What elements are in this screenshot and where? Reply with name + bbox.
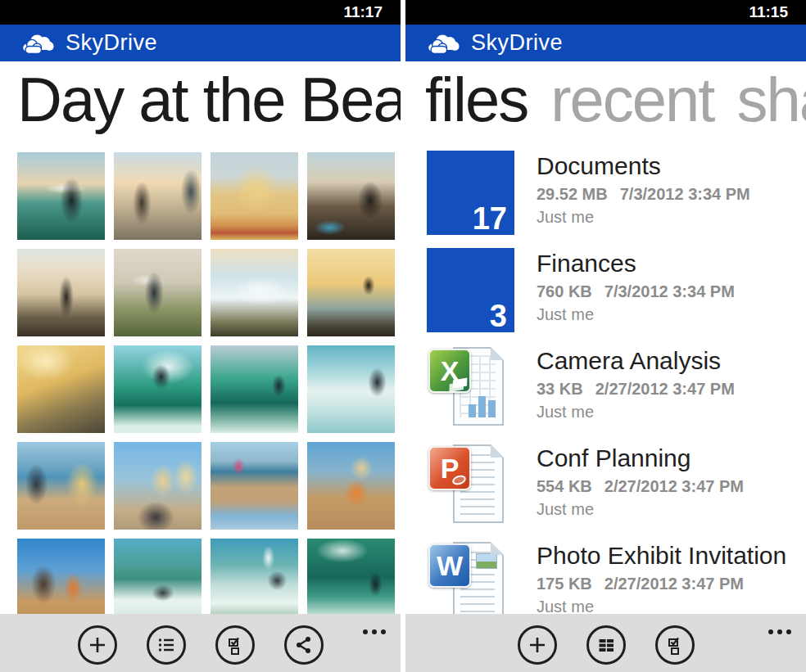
ellipsis-icon[interactable] [764,623,791,638]
powerpoint-file-icon: P [427,443,514,527]
file-shared-with: Just me [537,500,744,519]
photo-thumbnail[interactable] [114,249,202,336]
add-button[interactable] [518,625,557,665]
photo-thumbnail[interactable] [307,442,395,530]
app-bar [0,614,401,672]
file-list: 17 Documents 29.52 MB7/3/2012 3:34 PM Ju… [427,151,806,672]
file-row-documents[interactable]: 17 Documents 29.52 MB7/3/2012 3:34 PM Ju… [427,151,806,235]
file-row-photo-exhibit-invitation[interactable]: W Photo Exhibit Invitation 175 KB2/27/20… [427,540,806,625]
select-button[interactable] [215,625,255,665]
tab-recent[interactable]: recent [550,59,713,141]
file-row-conf-planning[interactable]: P Conf Planning 554 KB2/27/2012 3:47 PM … [427,443,806,527]
photo-thumbnail[interactable] [17,152,105,240]
photo-thumbnail[interactable] [307,152,395,240]
tab-shared[interactable]: shared [736,59,806,141]
status-bar: 11:17 [0,0,401,25]
folder-tile-icon: 3 [427,248,514,332]
word-file-icon: W [427,540,514,625]
grid-view-button[interactable] [586,625,626,665]
select-checkbox-icon [224,634,246,656]
file-title: Conf Planning [537,444,744,472]
dual-screenshot: 11:17 SkyDrive Day at the Beach [0,0,806,672]
file-shared-with: Just me [537,305,735,324]
photo-thumbnail[interactable] [307,345,395,433]
photo-thumbnail[interactable] [211,152,298,240]
plus-icon [87,634,108,656]
app-bar [405,614,806,672]
photo-thumbnail[interactable] [211,249,298,336]
photo-thumbnail[interactable] [114,152,202,240]
list-view-button[interactable] [147,625,186,665]
photo-thumbnail[interactable] [114,345,202,433]
photo-thumbnail[interactable] [211,442,298,530]
clock: 11:17 [343,3,383,21]
file-meta: 33 KB2/27/2012 3:47 PM [537,380,735,399]
photo-thumbnail[interactable] [211,539,298,626]
add-button[interactable] [78,625,117,665]
file-shared-with: Just me [537,208,750,227]
photo-thumbnail[interactable] [17,249,105,336]
select-button[interactable] [655,625,695,665]
ellipsis-icon[interactable] [359,623,386,638]
folder-tile-icon: 17 [427,151,514,235]
skydrive-cloud-icon [20,31,57,56]
photo-thumbnail[interactable] [17,442,105,530]
photo-thumbnail[interactable] [114,539,202,626]
file-title: Camera Analysis [537,347,735,375]
pivot-tabs: files recent shared [405,59,806,141]
status-bar: 11:15 [405,0,806,25]
photo-thumbnail[interactable] [17,345,105,433]
file-shared-with: Just me [537,403,735,422]
file-title: Photo Exhibit Invitation [537,542,786,570]
photo-thumbnail[interactable] [211,345,298,433]
app-header: SkyDrive [0,25,401,61]
app-title: SkyDrive [66,30,157,56]
list-icon [156,634,177,656]
grid-icon [595,634,617,656]
app-header: SkyDrive [405,25,806,61]
skydrive-cloud-icon [425,31,463,56]
folder-count: 3 [490,299,507,334]
file-row-finances[interactable]: 3 Finances 760 KB7/3/2012 3:34 PM Just m… [427,248,806,332]
photo-thumbnail[interactable] [114,442,202,530]
file-meta: 175 KB2/27/2012 3:47 PM [537,575,786,593]
file-meta: 760 KB7/3/2012 3:34 PM [537,282,735,301]
photo-thumbnail[interactable] [307,539,395,626]
file-title: Finances [537,250,735,277]
select-checkbox-icon [664,634,686,656]
file-meta: 29.52 MB7/3/2012 3:34 PM [537,185,750,204]
phone-files-screen: 11:15 SkyDrive files recent shared [405,0,806,672]
file-title: Documents [537,152,750,180]
file-meta: 554 KB2/27/2012 3:47 PM [537,477,744,496]
photo-thumbnail[interactable] [307,249,395,336]
clock: 11:15 [749,3,788,21]
share-icon [293,634,315,656]
photo-thumbnail[interactable] [17,539,105,626]
share-button[interactable] [284,625,324,665]
excel-file-icon: X [427,345,514,430]
tab-files[interactable]: files [425,59,528,141]
photo-grid [17,152,395,626]
album-title: Day at the Beach [0,59,401,141]
folder-count: 17 [473,201,507,237]
phone-album-screen: 11:17 SkyDrive Day at the Beach [0,0,401,672]
app-title: SkyDrive [471,30,563,56]
file-row-camera-analysis[interactable]: X Camera Analysis 33 KB2/27/2012 3:47 PM… [427,345,806,430]
plus-icon [527,634,548,656]
